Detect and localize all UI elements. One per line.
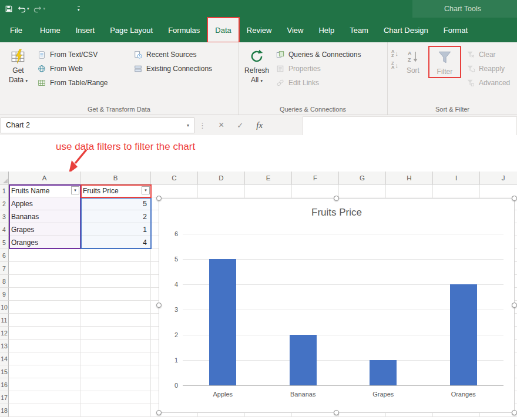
row-header-7[interactable]: 7 xyxy=(0,262,9,275)
get-data-button[interactable]: Get Data ▾ xyxy=(2,46,34,85)
column-header-g[interactable]: G xyxy=(339,172,386,184)
cell-b8[interactable] xyxy=(80,275,151,288)
cell-a5[interactable]: Oranges xyxy=(9,236,80,249)
cell-b10[interactable] xyxy=(80,301,151,314)
cell-b18[interactable] xyxy=(80,404,151,417)
save-icon[interactable] xyxy=(5,5,13,13)
row-header-12[interactable]: 12 xyxy=(0,327,9,340)
cell-b15[interactable] xyxy=(80,365,151,378)
advanced-filter-button[interactable]: Advanced xyxy=(463,76,516,90)
cell-h1[interactable] xyxy=(386,184,433,197)
column-header-a[interactable]: A xyxy=(9,172,80,184)
cell-b4[interactable]: 1 xyxy=(80,223,151,236)
from-table-range-button[interactable]: From Table/Range xyxy=(34,76,130,90)
cell-b14[interactable] xyxy=(80,352,151,365)
column-header-e[interactable]: E xyxy=(245,172,292,184)
row-header-9[interactable]: 9 xyxy=(0,288,9,301)
name-box[interactable]: Chart 2 ▾ xyxy=(1,117,194,133)
cell-a13[interactable] xyxy=(9,340,80,352)
cell-a18[interactable] xyxy=(9,404,80,417)
tab-format[interactable]: Format xyxy=(436,18,475,42)
row-header-17[interactable]: 17 xyxy=(0,391,9,404)
chevron-down-icon[interactable]: ▾ xyxy=(187,123,189,128)
tab-insert[interactable]: Insert xyxy=(68,18,103,42)
cell-a16[interactable] xyxy=(9,378,80,391)
clear-filter-button[interactable]: Clear xyxy=(463,48,516,62)
row-header-15[interactable]: 15 xyxy=(0,365,9,378)
row-header-3[interactable]: 3 xyxy=(0,210,9,223)
cell-a17[interactable] xyxy=(9,391,80,404)
cell-a3[interactable]: Bananas xyxy=(9,210,80,223)
chart-handle-top-left[interactable] xyxy=(156,196,162,201)
row-header-8[interactable]: 8 xyxy=(0,275,9,288)
tab-chart-design[interactable]: Chart Design xyxy=(376,18,436,42)
existing-connections-button[interactable]: Existing Connections xyxy=(130,62,231,76)
column-header-j[interactable]: J xyxy=(480,172,517,184)
cell-a15[interactable] xyxy=(9,365,80,378)
reapply-filter-button[interactable]: Reapply xyxy=(463,62,516,76)
filter-button[interactable]: Filter xyxy=(429,47,460,77)
column-header-f[interactable]: F xyxy=(292,172,339,184)
row-header-6[interactable]: 6 xyxy=(0,249,9,262)
tab-view[interactable]: View xyxy=(279,18,311,42)
chart-handle-bottom-middle[interactable] xyxy=(334,410,339,415)
cell-b1[interactable]: Fruits Price▾ xyxy=(80,184,151,197)
cell-a10[interactable] xyxy=(9,301,80,314)
cell-b9[interactable] xyxy=(80,288,151,301)
tab-file[interactable]: File xyxy=(0,18,32,42)
cell-j1[interactable] xyxy=(480,184,517,197)
tab-team[interactable]: Team xyxy=(342,18,376,42)
row-header-10[interactable]: 10 xyxy=(0,301,9,314)
edit-links-button[interactable]: Edit Links xyxy=(273,76,383,90)
cell-b3[interactable]: 2 xyxy=(80,210,151,223)
recent-sources-button[interactable]: Recent Sources xyxy=(130,48,231,62)
tab-home[interactable]: Home xyxy=(32,18,68,42)
row-header-11[interactable]: 11 xyxy=(0,314,9,327)
row-header-5[interactable]: 5 xyxy=(0,236,9,249)
tab-help[interactable]: Help xyxy=(311,18,342,42)
cell-a9[interactable] xyxy=(9,288,80,301)
column-header-i[interactable]: I xyxy=(433,172,480,184)
filter-dropdown-icon[interactable]: ▾ xyxy=(142,186,150,194)
cell-b12[interactable] xyxy=(80,327,151,340)
column-header-h[interactable]: H xyxy=(386,172,433,184)
cell-a11[interactable] xyxy=(9,314,80,327)
cell-a4[interactable]: Grapes xyxy=(9,223,80,236)
undo-button[interactable]: ▾ xyxy=(17,5,29,13)
chart-handle-top-right[interactable] xyxy=(512,196,517,201)
cell-b5[interactable]: 4 xyxy=(80,236,151,249)
cell-b11[interactable] xyxy=(80,314,151,327)
from-web-button[interactable]: From Web xyxy=(34,62,130,76)
cell-b16[interactable] xyxy=(80,378,151,391)
customize-quick-access-icon[interactable]: ▾ xyxy=(78,6,80,12)
cell-b17[interactable] xyxy=(80,391,151,404)
enter-icon[interactable]: ✓ xyxy=(237,121,243,130)
sort-az-button[interactable]: AZ↓ xyxy=(391,49,398,58)
cell-b2[interactable]: 5 xyxy=(80,197,151,210)
row-header-4[interactable]: 4 xyxy=(0,223,9,236)
chart-handle-middle-left[interactable] xyxy=(156,303,162,308)
column-header-b[interactable]: B xyxy=(80,172,151,184)
row-header-13[interactable]: 13 xyxy=(0,340,9,352)
redo-button[interactable]: ▾ xyxy=(33,5,46,13)
cell-i1[interactable] xyxy=(433,184,480,197)
insert-function-icon[interactable]: fx xyxy=(256,120,263,130)
column-header-d[interactable]: D xyxy=(198,172,245,184)
row-header-16[interactable]: 16 xyxy=(0,378,9,391)
cell-a7[interactable] xyxy=(9,262,80,275)
cell-a8[interactable] xyxy=(9,275,80,288)
refresh-all-button[interactable]: Refresh All ▾ xyxy=(241,46,273,85)
cell-g1[interactable] xyxy=(339,184,386,197)
tab-formulas[interactable]: Formulas xyxy=(160,18,207,42)
cell-d1[interactable] xyxy=(198,184,245,197)
column-header-c[interactable]: C xyxy=(151,172,198,184)
cell-b7[interactable] xyxy=(80,262,151,275)
tab-review[interactable]: Review xyxy=(239,18,280,42)
cell-a6[interactable] xyxy=(9,249,80,262)
row-header-18[interactable]: 18 xyxy=(0,404,9,417)
cancel-icon[interactable]: × xyxy=(219,120,224,130)
cell-e1[interactable] xyxy=(245,184,292,197)
cell-f1[interactable] xyxy=(292,184,339,197)
sort-button[interactable]: AZ Sort xyxy=(400,46,427,76)
from-text-csv-button[interactable]: From Text/CSV xyxy=(34,48,130,62)
